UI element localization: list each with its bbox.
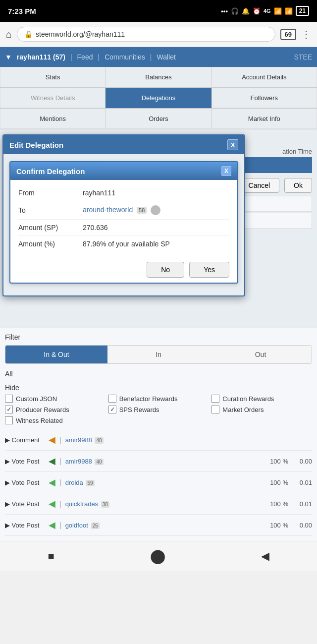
tx-row-vote4: ▶ Vote Post ◀ | goldfoot 25 100 % 0.00 <box>5 515 312 536</box>
tx-arrow-vote3: ◀ <box>49 498 55 509</box>
filter-tab-in[interactable]: In <box>107 346 210 363</box>
main-content: Dele... ation Time 04-28, 22: Edit... Ca… <box>0 129 317 328</box>
hide-item-producer-rewards: Producer Rewards <box>5 406 106 413</box>
browser-bar: ⌂ 🔒 steemworld.org/@rayhan111 69 ⋮ <box>0 22 317 47</box>
tab-followers[interactable]: Followers <box>211 88 317 108</box>
tx-type-vote4[interactable]: ▶ Vote Post <box>5 522 45 529</box>
filter-tab-in-out[interactable]: In & Out <box>5 346 107 363</box>
url-text: steemworld.org/@rayhan111 <box>36 30 125 38</box>
from-value: rayhan111 <box>83 189 229 197</box>
checkbox-benefactor-rewards[interactable] <box>108 395 116 403</box>
tx-pct-vote3: 100 % <box>264 500 288 508</box>
nav-arrow-icon: ▼ <box>5 53 12 61</box>
checkbox-custom-json[interactable] <box>5 395 13 403</box>
tx-arrow-vote2: ◀ <box>49 477 55 488</box>
tx-user-vote3[interactable]: quicktrades 38 <box>65 500 109 508</box>
yes-button[interactable]: Yes <box>189 262 229 278</box>
checkbox-sps-rewards[interactable] <box>108 406 116 413</box>
confirm-from-row: From rayhan111 <box>18 185 229 201</box>
tab-count[interactable]: 69 <box>280 29 296 40</box>
transactions-list: ▶ Comment ◀ | amir9988 40 ▶ Vote Post ◀ … <box>0 429 317 541</box>
hide-label-custom-json: Custom JSON <box>16 395 57 403</box>
home-icon[interactable]: ⌂ <box>6 29 12 40</box>
nav-sep3: | <box>150 53 152 61</box>
address-bar[interactable]: 🔒 steemworld.org/@rayhan111 <box>17 27 275 42</box>
hide-item-witness-related: Witness Related <box>5 416 106 424</box>
tx-user-vote4[interactable]: goldfoot 25 <box>65 522 100 529</box>
status-time: 7:23 PM <box>8 7 36 15</box>
tx-amt-vote1: 0.00 <box>292 458 312 465</box>
edit-delegation-titlebar: Edit Delegation X <box>3 135 244 154</box>
menu-icon[interactable]: ⋮ <box>301 28 311 40</box>
tx-user-comment[interactable]: amir9988 40 <box>65 436 104 444</box>
bottom-nav: ■ ⬤ ◀ <box>0 541 317 571</box>
no-button[interactable]: No <box>147 262 184 278</box>
filter-tab-out[interactable]: Out <box>210 346 312 363</box>
filter-tabs: In & Out In Out <box>5 345 312 364</box>
confirm-delegation-dialog: Confirm Delegation X From rayhan111 To a… <box>9 161 238 284</box>
hide-item-benefactor-rewards: Benefactor Rewards <box>108 395 209 403</box>
amount-pct-value: 87.96% of your available SP <box>83 240 229 248</box>
amount-sp-label: Amount (SP) <box>18 224 83 232</box>
confirm-buttons: No Yes <box>10 257 237 283</box>
tx-user-vote2[interactable]: droida 59 <box>65 479 95 486</box>
site-nav: ▼ rayhan111 (57) | Feed | Communities | … <box>0 47 317 67</box>
back-button[interactable]: ◀ <box>261 550 269 563</box>
hide-label: Hide <box>5 384 312 392</box>
tx-row-vote2: ▶ Vote Post ◀ | droida 59 100 % 0.01 <box>5 472 312 493</box>
tx-amt-vote4: 0.00 <box>292 522 312 529</box>
tx-pct-vote1: 100 % <box>264 458 288 465</box>
to-label: To <box>18 206 83 214</box>
filter-all-label: All <box>5 368 312 380</box>
tx-type-vote1[interactable]: ▶ Vote Post <box>5 458 45 465</box>
nav-communities[interactable]: Communities <box>105 53 145 61</box>
status-icons: ••• 🎧 🔔 ⏰ 4G 📶 📶 21 <box>221 6 309 16</box>
to-value: around-theworld 58 <box>83 205 229 215</box>
confirm-pct-row: Amount (%) 87.96% of your available SP <box>18 236 229 252</box>
checkbox-market-orders[interactable] <box>211 406 219 413</box>
filter-section: Filter In & Out In Out All Hide Custom J… <box>0 328 317 429</box>
nav-sep: | <box>70 53 72 61</box>
tab-mentions[interactable]: Mentions <box>0 109 106 129</box>
from-label: From <box>18 189 83 197</box>
tx-arrow-comment: ◀ <box>49 434 55 445</box>
tx-type-vote3[interactable]: ▶ Vote Post <box>5 500 45 508</box>
to-user-link[interactable]: around-theworld <box>83 206 133 214</box>
content-tabs-row3: Mentions Orders Market Info <box>0 109 317 129</box>
hide-label-market-orders: Market Orders <box>222 406 264 413</box>
checkbox-curation-rewards[interactable] <box>211 395 219 403</box>
tx-type-comment[interactable]: ▶ Comment <box>5 436 45 444</box>
tab-balances[interactable]: Balances <box>106 67 211 87</box>
tab-stats[interactable]: Stats <box>0 67 106 87</box>
edit-delegation-close-button[interactable]: X <box>227 139 238 150</box>
nav-feed[interactable]: Feed <box>77 53 93 61</box>
tx-user-vote1[interactable]: amir9988 40 <box>65 458 104 465</box>
nav-username[interactable]: rayhan111 (57) <box>17 53 65 61</box>
user-avatar-icon <box>151 205 160 215</box>
ok-button[interactable]: Ok <box>284 178 312 193</box>
amount-sp-value: 270.636 <box>83 224 229 232</box>
confirm-delegation-close-button[interactable]: X <box>221 166 231 176</box>
tab-market-info[interactable]: Market Info <box>211 109 317 129</box>
edit-delegation-modal: Edit Delegation X Confirm Delegation X F… <box>2 134 245 296</box>
tx-row-vote3: ▶ Vote Post ◀ | quicktrades 38 100 % 0.0… <box>5 493 312 515</box>
nav-wallet[interactable]: Wallet <box>157 53 175 61</box>
hide-label-benefactor-rewards: Benefactor Rewards <box>119 395 178 403</box>
checkbox-witness-related[interactable] <box>5 416 13 424</box>
hide-item-market-orders: Market Orders <box>211 406 312 413</box>
tx-pct-vote4: 100 % <box>264 522 288 529</box>
checkbox-producer-rewards[interactable] <box>5 406 13 413</box>
hide-label-sps-rewards: SPS Rewards <box>119 406 159 413</box>
tx-type-vote2[interactable]: ▶ Vote Post <box>5 479 45 486</box>
tab-delegations[interactable]: Delegations <box>106 88 211 108</box>
tab-witness-details[interactable]: Witness Details <box>0 88 106 108</box>
confirm-delegation-body: From rayhan111 To around-theworld 58 Amo… <box>10 180 237 257</box>
edit-delegation-title: Edit Delegation <box>9 141 63 149</box>
tab-orders[interactable]: Orders <box>106 109 211 129</box>
status-bar: 7:23 PM ••• 🎧 🔔 ⏰ 4G 📶 📶 21 <box>0 0 317 22</box>
content-tabs-row1: Stats Balances Account Details <box>0 67 317 88</box>
square-button[interactable]: ■ <box>48 550 54 563</box>
hide-label-curation-rewards: Curation Rewards <box>222 395 274 403</box>
circle-button[interactable]: ⬤ <box>150 548 165 564</box>
tab-account-details[interactable]: Account Details <box>211 67 317 87</box>
